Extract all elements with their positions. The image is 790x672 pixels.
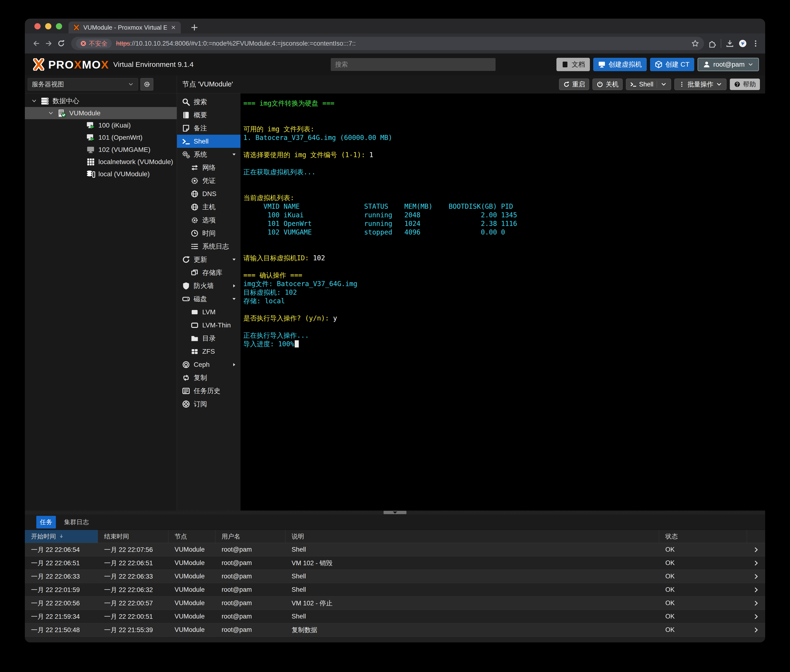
splitter-handle[interactable] — [384, 511, 406, 514]
back-button[interactable] — [30, 37, 43, 50]
menu-item-lvm-thin[interactable]: LVM-Thin — [177, 318, 240, 332]
menu-item-task-history[interactable]: 任务历史 — [177, 384, 240, 397]
bookmark-star-icon[interactable] — [691, 39, 699, 48]
tree-item-label: 100 (iKuai) — [98, 122, 131, 129]
column-header-5[interactable]: 说明 — [285, 530, 659, 543]
caret-down-icon[interactable] — [31, 98, 37, 104]
profile-avatar[interactable] — [739, 39, 747, 48]
tri-down-icon[interactable] — [231, 151, 237, 158]
column-header-1[interactable]: 开始时间 — [25, 530, 98, 543]
menu-item-options[interactable]: 选项 — [177, 213, 240, 227]
browser-tab[interactable]: VUModule - Proxmox Virtual E — [69, 21, 181, 34]
documentation-button[interactable]: 文档 — [557, 58, 590, 71]
tri-down-icon[interactable] — [231, 256, 237, 263]
menu-item-repositories[interactable]: 存储库 — [177, 266, 240, 279]
chev-right-icon — [753, 600, 759, 606]
terminal-line: 102 VUMGAME stopped 4096 0.00 0 — [243, 228, 765, 237]
table-row[interactable]: 一月 22 22:06:51一月 22 22:06:51VUModuleroot… — [25, 557, 765, 570]
create-vm-button[interactable]: 创建虚拟机 — [593, 58, 647, 71]
security-chip[interactable]: 不安全 — [76, 38, 112, 48]
tab-tasks[interactable]: 任务 — [36, 516, 56, 528]
menu-item-syslog[interactable]: 系统日志 — [177, 240, 240, 253]
new-tab-button[interactable] — [190, 23, 199, 32]
panel-splitter[interactable] — [25, 510, 765, 514]
column-header-2[interactable]: 结束时间 — [98, 530, 168, 543]
browser-menu-icon[interactable] — [751, 39, 760, 48]
column-header-3[interactable]: 节点 — [168, 530, 216, 543]
table-row-partial[interactable] — [25, 637, 765, 642]
reload-button[interactable] — [55, 37, 67, 50]
menu-item-directory[interactable]: 目录 — [177, 332, 240, 345]
menu-item-dns[interactable]: DNS — [177, 187, 240, 200]
table-row[interactable]: 一月 22 22:01:59一月 22 22:06:32VUModuleroot… — [25, 583, 765, 597]
tree-item-vm-101[interactable]: 101 (OpenWrt) — [25, 131, 177, 144]
tree-settings-button[interactable] — [141, 78, 154, 91]
menu-item-subscription[interactable]: 订阅 — [177, 397, 240, 411]
view-selector[interactable]: 服务器视图 — [28, 78, 138, 91]
menu-item-shell[interactable]: Shell — [177, 135, 240, 148]
menu-item-search[interactable]: 搜索 — [177, 95, 240, 109]
row-expand-button[interactable] — [747, 623, 765, 637]
column-header-4[interactable]: 用户名 — [216, 530, 285, 543]
table-row[interactable]: 一月 22 22:06:54一月 22 22:07:56VUModuleroot… — [25, 543, 765, 557]
search-input[interactable] — [331, 58, 496, 71]
row-expand-button[interactable] — [747, 557, 765, 570]
tree-item-localnetwork[interactable]: localnetwork (VUModule) — [25, 156, 177, 168]
restart-button[interactable]: 重启 — [559, 78, 589, 90]
tab-cluster-log[interactable]: 集群日志 — [64, 518, 89, 526]
minimize-window-button[interactable] — [45, 23, 51, 29]
row-expand-button[interactable] — [747, 583, 765, 596]
row-expand-button[interactable] — [747, 543, 765, 556]
menu-item-hosts[interactable]: 主机 — [177, 200, 240, 213]
terminal-line: 是否执行导入操作? (y/n): y — [243, 314, 765, 323]
disk-icon — [182, 295, 190, 303]
menu-item-zfs[interactable]: ZFS — [177, 345, 240, 358]
tree-item-node-vumodule[interactable]: VUModule — [25, 107, 177, 119]
tri-right-icon[interactable] — [231, 283, 237, 289]
shell-dropdown-button[interactable]: Shell — [626, 78, 671, 90]
tri-down-icon[interactable] — [231, 296, 237, 302]
downloads-icon[interactable] — [726, 39, 734, 48]
tree-item-vm-100[interactable]: 100 (iKuai) — [25, 119, 177, 131]
create-ct-button[interactable]: 创建 CT — [650, 58, 694, 71]
tri-right-icon[interactable] — [231, 362, 237, 368]
forward-button[interactable] — [43, 37, 55, 50]
menu-item-notes[interactable]: 备注 — [177, 122, 240, 135]
menu-item-ceph[interactable]: Ceph — [177, 358, 240, 371]
menu-item-system[interactable]: 系统 — [177, 148, 240, 161]
bulk-actions-button[interactable]: 批量操作 — [675, 78, 726, 90]
menu-item-network[interactable]: 网络 — [177, 161, 240, 174]
shutdown-button[interactable]: 关机 — [593, 78, 622, 90]
menu-item-disks[interactable]: 磁盘 — [177, 292, 240, 306]
terminal-line: 正在执行导入操作... — [243, 331, 765, 340]
column-header-6[interactable]: 状态 — [659, 530, 747, 543]
menu-item-replication[interactable]: 复制 — [177, 371, 240, 384]
extensions-icon[interactable] — [708, 39, 716, 48]
tree-item-vm-102[interactable]: 102 (VUMGAME) — [25, 144, 177, 156]
shell-terminal[interactable]: === img文件转换为硬盘 ===可用的 img 文件列表:1. Batoce… — [240, 93, 765, 510]
table-row[interactable]: 一月 22 22:00:56一月 22 22:00:57VUModuleroot… — [25, 597, 765, 610]
menu-item-time[interactable]: 时间 — [177, 227, 240, 240]
menu-item-certificates[interactable]: 凭证 — [177, 174, 240, 187]
maximize-window-button[interactable] — [56, 23, 62, 29]
row-expand-button[interactable] — [747, 570, 765, 583]
table-cell: 一月 22 21:55:39 — [98, 623, 168, 637]
close-tab-icon[interactable] — [170, 24, 176, 30]
table-row[interactable]: 一月 22 22:06:33一月 22 22:06:33VUModuleroot… — [25, 570, 765, 583]
menu-item-updates[interactable]: 更新 — [177, 253, 240, 266]
menu-item-summary[interactable]: 概要 — [177, 109, 240, 122]
row-expand-button[interactable] — [747, 610, 765, 623]
tree-item-datacenter[interactable]: 数据中心 — [25, 95, 177, 107]
menu-item-firewall[interactable]: 防火墙 — [177, 279, 240, 292]
caret-down-icon[interactable] — [48, 110, 54, 116]
tree-item-local-storage[interactable]: local (VUModule) — [25, 168, 177, 180]
menu-item-lvm[interactable]: LVM — [177, 306, 240, 318]
table-row[interactable]: 一月 22 21:59:34一月 22 22:00:51VUModuleroot… — [25, 610, 765, 623]
task-panel-tabs: 任务 集群日志 — [25, 514, 765, 530]
row-expand-button[interactable] — [747, 597, 765, 610]
user-menu-button[interactable]: root@pam — [697, 58, 759, 71]
help-button[interactable]: 帮助 — [730, 78, 760, 90]
close-window-button[interactable] — [34, 23, 41, 29]
table-row[interactable]: 一月 22 21:50:48一月 22 21:55:39VUModuleroot… — [25, 623, 765, 637]
address-bar[interactable]: 不安全 https://10.10.10.254:8006/#v1:0:=nod… — [71, 37, 704, 50]
